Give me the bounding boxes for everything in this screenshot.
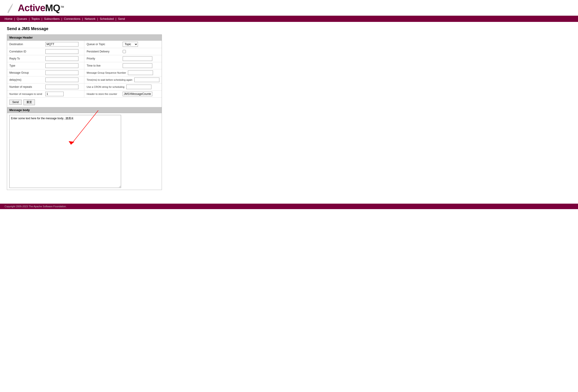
- delay-label: delay(ms): [9, 78, 44, 81]
- nav-network[interactable]: Network: [85, 17, 96, 21]
- nav-bar: Home | Queues | Topics | Subscribers | C…: [0, 16, 578, 22]
- reply-to-cell: Reply To: [7, 55, 84, 62]
- message-group-cell: Message Group: [7, 69, 84, 76]
- time-to-live-input[interactable]: [123, 63, 152, 68]
- header-counter-cell: Header to store the counter: [84, 91, 162, 98]
- cron-input[interactable]: [126, 85, 151, 89]
- nav-queues[interactable]: Queues: [17, 17, 27, 21]
- priority-cell: Priority: [84, 55, 162, 62]
- footer-copyright: Copyright 2005-2023 The Apache Software …: [4, 205, 67, 208]
- delay-input[interactable]: [45, 78, 78, 82]
- correlation-id-input[interactable]: [45, 49, 78, 54]
- queue-or-topic-label: Queue or Topic: [87, 43, 121, 46]
- footer: Copyright 2005-2023 The Apache Software …: [0, 204, 578, 209]
- time-wait-label: Time(ms) to wait before scheduling again: [87, 78, 133, 81]
- cron-cell: Use a CRON string for scheduling: [84, 84, 162, 91]
- main-content: Send a JMS Message Message Header Destin…: [0, 22, 578, 195]
- type-cell: Type: [7, 62, 84, 69]
- header-counter-label: Header to store the counter: [87, 93, 121, 95]
- page-title: Send a JMS Message: [7, 26, 571, 31]
- buttons-row: Send 重置: [7, 98, 162, 107]
- message-group-input[interactable]: [45, 70, 78, 75]
- nav-scheduled[interactable]: Scheduled: [100, 17, 114, 21]
- message-group-seq-label: Message Group Sequence Number: [87, 71, 126, 74]
- message-body-textarea[interactable]: Enter some text here for the message bod…: [9, 115, 121, 188]
- num-messages-label: Number of messages to send: [9, 93, 44, 95]
- priority-label: Priority: [87, 57, 121, 60]
- message-header-section: Message Header: [7, 35, 162, 41]
- header: ActiveMQTM: [0, 0, 578, 16]
- time-to-live-label: Time to live: [87, 64, 121, 67]
- num-messages-input[interactable]: [45, 92, 64, 96]
- nav-send[interactable]: Send: [118, 17, 125, 21]
- priority-input[interactable]: [123, 56, 152, 61]
- logo-text: ActiveMQTM: [18, 3, 64, 13]
- delay-cell: delay(ms): [7, 76, 84, 84]
- persistent-delivery-label: Persistent Delivery: [87, 50, 121, 53]
- queue-or-topic-cell: Queue or Topic Queue Topic: [84, 41, 162, 48]
- cron-label: Use a CRON string for scheduling: [87, 86, 125, 88]
- logo-mq: MQ: [45, 2, 60, 13]
- type-label: Type: [9, 64, 44, 67]
- nav-connections[interactable]: Connections: [64, 17, 80, 21]
- time-wait-input[interactable]: [134, 78, 159, 82]
- num-repeats-input[interactable]: [45, 85, 78, 89]
- num-messages-cell: Number of messages to send: [7, 91, 84, 98]
- logo-area: ActiveMQTM: [4, 2, 574, 14]
- num-repeats-label: Number of repeats: [9, 85, 44, 89]
- destination-label: Destination: [9, 43, 44, 46]
- destination-input[interactable]: [45, 42, 78, 47]
- message-group-seq-input[interactable]: [128, 70, 153, 75]
- correlation-id-cell: Correlation ID: [7, 48, 84, 55]
- logo-active: Active: [18, 2, 45, 13]
- destination-cell: Destination: [7, 41, 84, 48]
- reset-button[interactable]: 重置: [23, 99, 35, 105]
- nav-subscribers[interactable]: Subscribers: [44, 17, 60, 21]
- time-to-live-cell: Time to live: [84, 62, 162, 69]
- message-body-section-header: Message body: [7, 107, 162, 113]
- arrow-annotation: Enter some text here for the message bod…: [7, 115, 126, 188]
- form-container: Message Header Destination Queue or Topi…: [7, 34, 162, 190]
- num-repeats-cell: Number of repeats: [7, 84, 84, 91]
- logo-tm: TM: [61, 5, 64, 8]
- form-grid: Destination Queue or Topic Queue Topic C…: [7, 41, 162, 107]
- message-group-seq-cell: Message Group Sequence Number: [84, 69, 162, 76]
- nav-home[interactable]: Home: [4, 17, 12, 21]
- reply-to-input[interactable]: [45, 56, 78, 61]
- persistent-delivery-cell: Persistent Delivery: [84, 48, 162, 55]
- time-wait-cell: Time(ms) to wait before scheduling again: [84, 76, 162, 84]
- nav-topics[interactable]: Topics: [31, 17, 40, 21]
- message-group-label: Message Group: [9, 71, 44, 74]
- persistent-delivery-checkbox[interactable]: [123, 50, 126, 53]
- correlation-id-label: Correlation ID: [9, 50, 44, 53]
- send-button[interactable]: Send: [9, 100, 22, 105]
- header-counter-input[interactable]: [123, 92, 152, 96]
- feather-icon: [4, 2, 16, 14]
- queue-or-topic-select[interactable]: Queue Topic: [123, 42, 138, 47]
- type-input[interactable]: [45, 63, 78, 68]
- reply-to-label: Reply To: [9, 57, 44, 60]
